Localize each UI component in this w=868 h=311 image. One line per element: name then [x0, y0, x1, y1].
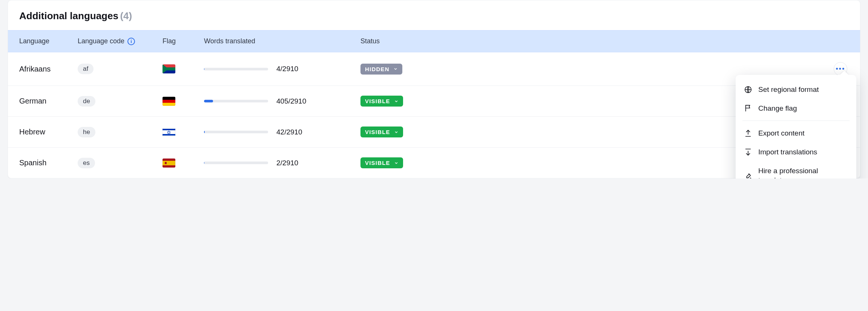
- col-header-code: Language code i: [78, 37, 163, 45]
- language-name: Afrikaans: [19, 65, 78, 73]
- words-count: 42/2910: [276, 128, 302, 136]
- status-label: VISIBLE: [365, 160, 390, 166]
- flag-cell: [163, 64, 204, 73]
- status-cell: VISIBLE: [360, 96, 492, 107]
- flag-cell: [163, 159, 204, 168]
- language-name: Hebrew: [19, 128, 78, 136]
- language-code-pill: he: [78, 127, 95, 137]
- menu-export-content[interactable]: Export content: [736, 124, 856, 143]
- menu-separator: [742, 120, 850, 121]
- pen-plus-icon: [744, 171, 752, 178]
- status-cell: VISIBLE: [360, 157, 492, 168]
- chevron-down-icon: [393, 67, 398, 71]
- chevron-down-icon: [394, 161, 399, 165]
- words-cell: 4/2910: [204, 65, 360, 73]
- status-dropdown[interactable]: HIDDEN: [360, 64, 402, 75]
- info-icon[interactable]: i: [127, 38, 135, 45]
- words-count: 405/2910: [276, 97, 306, 105]
- table-header: Language Language code i Flag Words tran…: [8, 30, 860, 52]
- words-cell: 2/2910: [204, 159, 360, 167]
- menu-change-flag[interactable]: Change flag: [736, 99, 856, 118]
- flag-icon: [163, 97, 175, 106]
- progress-fill: [204, 100, 213, 102]
- table-row: Germande405/2910VISIBLE: [8, 86, 860, 117]
- status-cell: HIDDEN: [360, 64, 492, 75]
- status-dropdown[interactable]: VISIBLE: [360, 127, 403, 137]
- flag-cell: [163, 128, 204, 137]
- flag-icon: [163, 128, 175, 137]
- col-header-code-label: Language code: [78, 37, 124, 45]
- language-name: Spanish: [19, 159, 78, 167]
- language-code-cell: af: [78, 64, 163, 74]
- chevron-down-icon: [394, 99, 399, 104]
- menu-hire-translator[interactable]: Hire a professional translator: [736, 162, 856, 178]
- globe-icon: [744, 85, 752, 94]
- actions-cell: •••: [492, 62, 849, 76]
- card-count: (4): [120, 10, 132, 21]
- words-count: 2/2910: [276, 159, 298, 167]
- table-row: Hebrewhe42/2910VISIBLE: [8, 117, 860, 148]
- flag-icon: [163, 64, 175, 73]
- words-count: 4/2910: [276, 65, 298, 73]
- col-header-words: Words translated: [204, 37, 360, 45]
- status-dropdown[interactable]: VISIBLE: [360, 96, 403, 107]
- card-title: Additional languages: [19, 10, 118, 21]
- progress-bar: [204, 68, 268, 70]
- language-code-pill: es: [78, 158, 95, 168]
- row-actions-menu: Set regional formatChange flagExport con…: [736, 75, 856, 178]
- export-icon: [744, 129, 752, 137]
- status-dropdown[interactable]: VISIBLE: [360, 157, 403, 168]
- progress-fill: [204, 131, 205, 133]
- language-code-cell: de: [78, 96, 163, 107]
- col-header-language: Language: [19, 37, 78, 45]
- status-label: HIDDEN: [365, 66, 390, 72]
- card-header: Additional languages (4): [8, 0, 860, 30]
- language-name: German: [19, 97, 78, 105]
- table-row: Afrikaansaf4/2910HIDDEN•••Set regional f…: [8, 52, 860, 86]
- status-label: VISIBLE: [365, 129, 390, 135]
- words-cell: 42/2910: [204, 128, 360, 136]
- import-icon: [744, 148, 752, 156]
- menu-import-translations[interactable]: Import translations: [736, 143, 856, 162]
- words-cell: 405/2910: [204, 97, 360, 105]
- language-code-cell: he: [78, 127, 163, 137]
- flag-cell: [163, 97, 204, 106]
- status-cell: VISIBLE: [360, 127, 492, 137]
- table-body: Afrikaansaf4/2910HIDDEN•••Set regional f…: [8, 52, 860, 178]
- flag-icon: [163, 159, 175, 168]
- flag-outline-icon: [744, 104, 752, 112]
- languages-card: Additional languages (4) Language Langua…: [8, 0, 860, 178]
- progress-bar: [204, 162, 268, 164]
- col-header-flag: Flag: [163, 37, 204, 45]
- progress-bar: [204, 100, 268, 102]
- status-label: VISIBLE: [365, 98, 390, 104]
- language-code-pill: af: [78, 64, 94, 74]
- chevron-down-icon: [394, 130, 399, 134]
- progress-bar: [204, 131, 268, 133]
- col-header-status: Status: [360, 37, 492, 45]
- table-row: Spanishes2/2910VISIBLE: [8, 148, 860, 178]
- menu-set-regional-format[interactable]: Set regional format: [736, 80, 856, 99]
- language-code-cell: es: [78, 158, 163, 168]
- language-code-pill: de: [78, 96, 95, 107]
